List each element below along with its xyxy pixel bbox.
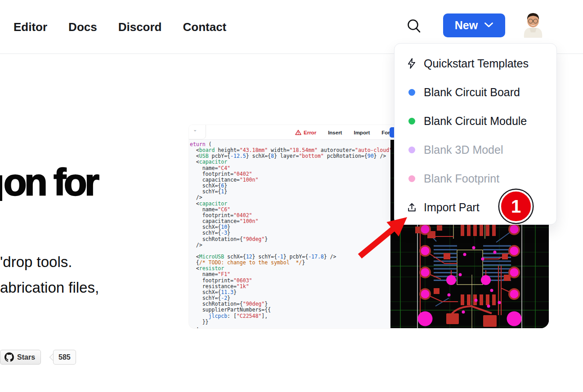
new-button-label: New — [455, 19, 478, 32]
code-line: schRotation={"90deg"} — [190, 236, 390, 242]
menu-item-quickstart-templates: Quickstart Templates — [395, 49, 556, 78]
menu-item-label: Blank Circuit Board — [424, 86, 520, 99]
headline-letter-fragment — [0, 175, 2, 201]
warning-icon — [295, 129, 301, 135]
error-tab[interactable]: Error — [295, 129, 316, 135]
new-button[interactable]: New — [443, 13, 505, 37]
bolt-icon — [405, 57, 418, 70]
nav-link-docs[interactable]: Docs — [68, 20, 97, 34]
github-stars-label: Stars — [17, 353, 35, 361]
color-dot-icon — [405, 86, 418, 98]
menu-item-label: Import Part — [424, 201, 480, 214]
chevron-down-icon — [484, 22, 493, 29]
code-line: · — [190, 325, 390, 328]
toolbar-tab-import[interactable]: Import — [354, 130, 370, 135]
color-dot-icon — [405, 115, 418, 127]
upload-icon — [405, 201, 418, 214]
menu-item-blank-footprint[interactable]: Blank Footprint — [395, 164, 556, 193]
hero-paragraph-line: 'drop tools. — [0, 254, 72, 271]
menu-item-blank-circuit-module[interactable]: Blank Circuit Module — [395, 107, 556, 135]
menu-item-blank-circuit-board[interactable]: Blank Circuit Board — [395, 78, 556, 107]
color-dot-icon — [405, 143, 418, 156]
menu-item-label: Blank Circuit Module — [424, 115, 527, 128]
github-star-count[interactable]: 585 — [53, 350, 76, 365]
tab-fragment: ⌄ — [189, 125, 206, 139]
step-badge: 1 — [499, 190, 533, 223]
main-nav: EditorDocsDiscordContact — [13, 0, 226, 54]
nav-link-editor[interactable]: Editor — [13, 20, 47, 34]
menu-item-label: Blank 3D Model — [424, 143, 503, 156]
nav-link-contact[interactable]: Contact — [183, 20, 227, 34]
page-title-fragment: on for — [4, 163, 97, 201]
nav-link-discord[interactable]: Discord — [118, 20, 162, 34]
github-icon — [4, 352, 14, 362]
avatar[interactable] — [520, 11, 546, 38]
search-icon[interactable] — [405, 18, 422, 35]
toolbar-tab-insert[interactable]: Insert — [328, 130, 342, 135]
menu-item-blank-3d-model[interactable]: Blank 3D Model — [395, 135, 556, 164]
color-dot-icon — [405, 172, 418, 185]
hero-paragraph-line: abrication files, — [0, 279, 99, 296]
code-line: schY={1} — [190, 189, 390, 195]
code-line: /> — [190, 242, 390, 248]
error-tab-label: Error — [304, 130, 316, 135]
code-line: }} — [190, 319, 390, 325]
menu-item-label: Quickstart Templates — [424, 57, 529, 70]
code-line: jlcpcb: ["C22548"], — [190, 313, 390, 319]
new-dropdown-menu: Quickstart TemplatesBlank Circuit BoardB… — [394, 43, 557, 225]
code-editor-pane: eturn ( <board height="43.18mm" width="1… — [189, 140, 390, 328]
page: EditorDocsDiscordContact New — [0, 0, 583, 392]
toolbar-items: Error InsertImportFormat — [295, 125, 399, 140]
github-stars-button[interactable]: Stars — [0, 350, 41, 365]
menu-item-label: Blank Footprint — [424, 172, 499, 185]
